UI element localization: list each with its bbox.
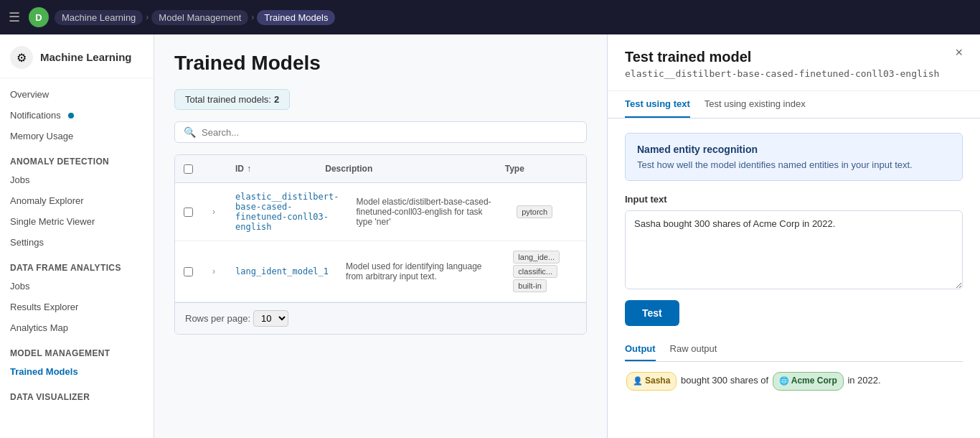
search-input[interactable] xyxy=(202,127,578,138)
sidebar: ⚙ Machine Learning Overview Notification… xyxy=(0,34,154,438)
sidebar-logo: ⚙ Machine Learning xyxy=(0,34,154,78)
breadcrumb-sep-1: › xyxy=(146,12,149,22)
breadcrumb-sep-2: › xyxy=(251,12,254,22)
sidebar-section-dfa: Data Frame Analytics xyxy=(0,256,154,276)
row1-description: Model elastic/distilbert-base-cased-fine… xyxy=(348,194,507,230)
row2-tag-2: classific... xyxy=(513,265,557,278)
test-model-panel: Test trained model elastic__distilbert-b… xyxy=(607,34,980,438)
entity-sasha: 👤 Sasha xyxy=(626,372,677,391)
sidebar-section-data-viz: Data Visualizer xyxy=(0,385,154,405)
sidebar-item-anomaly-explorer[interactable]: Anomaly Explorer xyxy=(0,190,154,211)
sidebar-nav: Overview Notifications Memory Usage Anom… xyxy=(0,78,154,411)
sidebar-item-single-metric[interactable]: Single Metric Viewer xyxy=(0,211,154,232)
org-icon: 🌐 xyxy=(779,374,789,388)
output-result: 👤 Sasha bought 300 shares of 🌐 Acme Corp… xyxy=(625,372,963,391)
th-id[interactable]: ID ↑ xyxy=(227,161,316,177)
user-avatar[interactable]: D xyxy=(29,7,49,27)
search-icon: 🔍 xyxy=(184,126,196,138)
table-header: ID ↑ Description Type xyxy=(175,155,586,183)
th-description: Description xyxy=(316,161,496,177)
notifications-dot xyxy=(68,113,74,118)
row1-type: pytorch xyxy=(507,202,586,222)
rows-per-page-select[interactable]: 10 25 50 xyxy=(253,310,288,327)
hamburger-icon[interactable]: ☰ xyxy=(9,9,20,25)
sidebar-item-results-explorer[interactable]: Results Explorer xyxy=(0,297,154,317)
entity-sasha-text: Sasha xyxy=(645,373,670,389)
panel-body: Named entity recognition Test how well t… xyxy=(608,118,980,438)
input-textarea[interactable]: Sasha bought 300 shares of Acme Corp in … xyxy=(625,210,963,289)
tab-test-using-index[interactable]: Test using existing index xyxy=(705,91,806,118)
breadcrumb-machine-learning[interactable]: Machine Learning xyxy=(55,10,143,25)
row2-tag-3: built-in xyxy=(513,279,546,292)
person-icon: 👤 xyxy=(633,374,643,388)
stats-badge: Total trained models: 2 xyxy=(174,89,290,110)
th-type: Type xyxy=(496,161,586,177)
tab-test-using-text[interactable]: Test using text xyxy=(625,91,690,118)
info-box-text: Test how well the model identifies named… xyxy=(637,159,951,170)
test-button[interactable]: Test xyxy=(625,300,679,326)
output-tab-output[interactable]: Output xyxy=(625,337,656,361)
output-text-suffix: in 2022. xyxy=(847,375,880,386)
sidebar-section-model-mgmt: Model Management xyxy=(0,341,154,361)
select-all-checkbox[interactable] xyxy=(184,164,193,174)
row2-checkbox[interactable] xyxy=(184,267,193,276)
row2-description: Model used for identifying language from… xyxy=(337,258,503,284)
content-area: Trained Models Total trained models: 2 🔍… xyxy=(154,34,607,438)
sidebar-item-settings[interactable]: Settings xyxy=(0,232,154,253)
entity-acme-corp: 🌐 Acme Corp xyxy=(773,372,844,391)
output-text-middle: bought 300 shares of xyxy=(681,375,771,386)
breadcrumb: Machine Learning › Model Management › Tr… xyxy=(55,10,335,25)
panel-title: Test trained model xyxy=(625,49,939,65)
input-text-label: Input text xyxy=(625,194,963,205)
page-title: Trained Models xyxy=(174,52,587,75)
th-expand xyxy=(201,166,227,172)
th-checkbox xyxy=(175,162,201,177)
output-tab-raw[interactable]: Raw output xyxy=(670,337,717,361)
sidebar-item-jobs-dfa[interactable]: Jobs xyxy=(0,276,154,297)
info-box-title: Named entity recognition xyxy=(637,144,951,155)
breadcrumb-trained-models[interactable]: Trained Models xyxy=(257,10,335,25)
row2-type: lang_ide... classific... built-in xyxy=(503,247,586,296)
table-footer: Rows per page: 10 25 50 xyxy=(175,302,586,334)
info-box: Named entity recognition Test how well t… xyxy=(625,133,963,181)
close-button[interactable]: × xyxy=(955,46,963,59)
row1-type-tag: pytorch xyxy=(517,205,552,218)
logo-icon: ⚙ xyxy=(10,46,33,69)
row2-id: lang_ident_model_1 xyxy=(227,264,337,279)
output-tabs: Output Raw output xyxy=(625,337,963,362)
sidebar-section-anomaly: Anomaly Detection xyxy=(0,149,154,169)
sidebar-item-notifications[interactable]: Notifications xyxy=(0,105,154,126)
models-table: ID ↑ Description Type › elastic__distilb… xyxy=(174,154,587,335)
table-row: › lang_ident_model_1 Model used for iden… xyxy=(175,241,586,302)
row1-id: elastic__distilbert-base-cased-finetuned… xyxy=(227,189,348,235)
breadcrumb-model-management[interactable]: Model Management xyxy=(151,10,248,25)
sidebar-item-memory-usage[interactable]: Memory Usage xyxy=(0,126,154,146)
search-bar: 🔍 xyxy=(174,121,587,143)
row1-checkbox[interactable] xyxy=(184,208,193,217)
sidebar-item-overview[interactable]: Overview xyxy=(0,84,154,105)
table-row: › elastic__distilbert-base-cased-finetun… xyxy=(175,183,586,241)
rows-per-page-label: Rows per page: xyxy=(185,313,250,324)
entity-acme-text: Acme Corp xyxy=(791,373,837,389)
panel-subtitle: elastic__distilbert-base-cased-finetuned… xyxy=(625,68,939,79)
sidebar-logo-text: Machine Learning xyxy=(40,51,132,64)
row2-tag-1: lang_ide... xyxy=(513,251,560,264)
topbar: ☰ D Machine Learning › Model Management … xyxy=(0,0,980,34)
sort-icon: ↑ xyxy=(247,164,251,174)
row1-expand[interactable]: › xyxy=(201,204,227,220)
sidebar-item-trained-models[interactable]: Trained Models xyxy=(0,361,154,382)
row2-checkbox-cell xyxy=(175,264,201,279)
panel-tabs: Test using text Test using existing inde… xyxy=(608,91,980,118)
row2-expand[interactable]: › xyxy=(201,264,227,279)
row1-checkbox-cell xyxy=(175,205,201,220)
sidebar-item-analytics-map[interactable]: Analytics Map xyxy=(0,317,154,338)
main-area: Trained Models Total trained models: 2 🔍… xyxy=(154,34,980,438)
panel-header: Test trained model elastic__distilbert-b… xyxy=(608,34,980,91)
sidebar-item-jobs-anomaly[interactable]: Jobs xyxy=(0,169,154,190)
